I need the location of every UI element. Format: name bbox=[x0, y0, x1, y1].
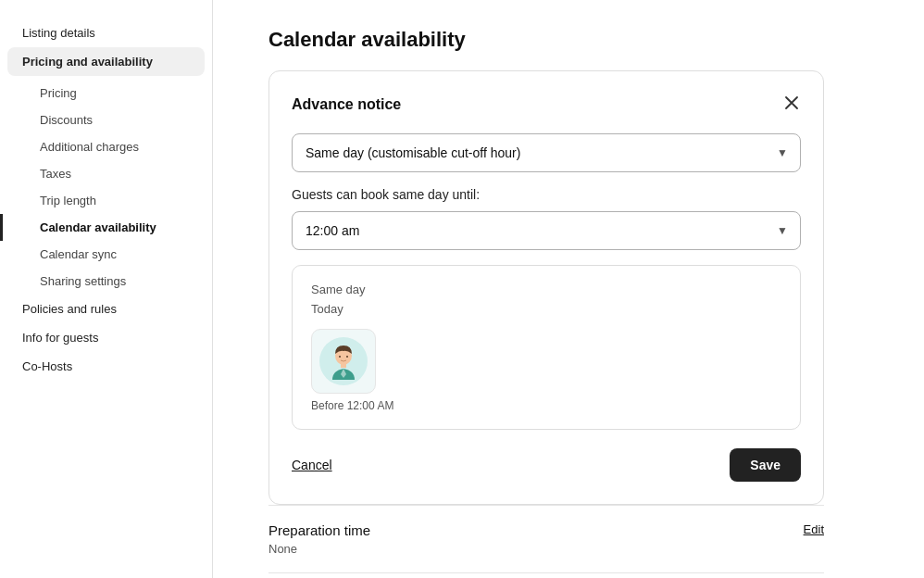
sidebar-item-trip-length[interactable]: Trip length bbox=[0, 187, 212, 214]
sidebar-item-taxes[interactable]: Taxes bbox=[0, 160, 212, 187]
advance-notice-dropdown-wrapper: Same day (customisable cut-off hour)At l… bbox=[292, 133, 801, 172]
same-day-label: Same day bbox=[311, 283, 781, 296]
sidebar-item-policies-rules[interactable]: Policies and rules bbox=[0, 295, 212, 323]
svg-point-4 bbox=[346, 356, 348, 358]
page-title: Calendar availability bbox=[268, 28, 868, 52]
close-icon bbox=[784, 95, 799, 110]
guests-book-label: Guests can book same day until: bbox=[292, 187, 801, 202]
card-header: Advance notice bbox=[292, 94, 801, 115]
avatar-illustration bbox=[319, 337, 368, 385]
main-content: Calendar availability Advance notice Sam… bbox=[213, 0, 924, 578]
sidebar-item-calendar-sync[interactable]: Calendar sync bbox=[0, 241, 212, 268]
time-select[interactable]: 12:00 am1:00 am2:00 am6:00 am8:00 am10:0… bbox=[292, 211, 801, 250]
time-dropdown-wrapper: 12:00 am1:00 am2:00 am6:00 am8:00 am10:0… bbox=[292, 211, 801, 250]
preparation-time-info: Preparation time None bbox=[268, 522, 370, 556]
sidebar-item-pricing-availability[interactable]: Pricing and availability bbox=[7, 47, 205, 76]
sidebar-item-calendar-availability[interactable]: Calendar availability bbox=[0, 214, 212, 241]
avatar bbox=[311, 329, 376, 394]
sidebar-item-pricing[interactable]: Pricing bbox=[0, 80, 212, 107]
sidebar-item-info-for-guests[interactable]: Info for guests bbox=[0, 323, 212, 352]
preparation-time-row: Preparation time None Edit bbox=[268, 505, 824, 572]
availability-window-row: Availability window 3 months in advance … bbox=[268, 572, 824, 578]
close-button[interactable] bbox=[782, 94, 801, 115]
avatar-container: Before 12:00 AM bbox=[311, 329, 781, 412]
save-button[interactable]: Save bbox=[730, 448, 801, 482]
advance-notice-select[interactable]: Same day (customisable cut-off hour)At l… bbox=[292, 133, 801, 172]
cancel-button[interactable]: Cancel bbox=[292, 458, 332, 472]
sidebar-item-co-hosts[interactable]: Co-Hosts bbox=[0, 352, 212, 381]
preparation-time-value: None bbox=[268, 542, 370, 556]
sidebar-item-additional-charges[interactable]: Additional charges bbox=[0, 133, 212, 160]
card-footer: Cancel Save bbox=[292, 448, 801, 482]
preview-box: Same day Today bbox=[292, 265, 801, 430]
preparation-time-title: Preparation time bbox=[268, 522, 370, 538]
svg-rect-2 bbox=[341, 363, 346, 368]
before-time-label: Before 12:00 AM bbox=[311, 399, 393, 412]
sidebar: Listing details Pricing and availability… bbox=[0, 0, 213, 578]
preparation-time-edit-button[interactable]: Edit bbox=[804, 522, 824, 536]
sidebar-item-sharing-settings[interactable]: Sharing settings bbox=[0, 268, 212, 295]
card-title: Advance notice bbox=[292, 96, 401, 113]
svg-point-3 bbox=[339, 356, 341, 358]
sidebar-item-discounts[interactable]: Discounts bbox=[0, 107, 212, 133]
sidebar-item-listing-details[interactable]: Listing details bbox=[0, 19, 212, 47]
time-dropdown-container: 12:00 am1:00 am2:00 am6:00 am8:00 am10:0… bbox=[292, 211, 801, 250]
today-label: Today bbox=[311, 302, 781, 316]
advance-notice-dropdown-container: Same day (customisable cut-off hour)At l… bbox=[292, 133, 801, 172]
advance-notice-card: Advance notice Same day (customisable cu… bbox=[268, 70, 824, 505]
